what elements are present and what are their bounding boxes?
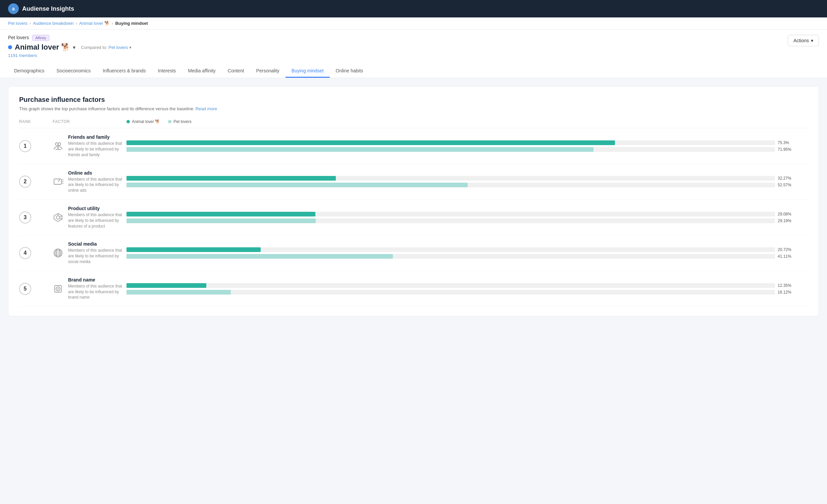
bar-dark-row-1: 32.27% xyxy=(127,176,794,181)
legend-light: Pet lovers xyxy=(168,119,191,124)
compared-to-link[interactable]: Pet lovers xyxy=(109,45,128,50)
svg-point-8 xyxy=(59,180,60,181)
factor-desc-3: Members of this audience that are likely… xyxy=(68,248,127,264)
factor-desc-4: Members of this audience that are likely… xyxy=(68,283,127,300)
factor-desc-1: Members of this audience that are likely… xyxy=(68,177,127,193)
breadcrumb-pet-lovers[interactable]: Pet lovers xyxy=(8,21,28,26)
actions-chevron-icon: ▾ xyxy=(811,38,813,43)
factor-cell-0: Friends and family Members of this audie… xyxy=(53,134,127,158)
legend-light-label: Pet lovers xyxy=(174,119,191,124)
legend-dark-dot xyxy=(127,120,130,123)
factor-name-2: Product utility xyxy=(68,206,127,211)
tab-interests[interactable]: Interests xyxy=(152,65,182,78)
rank-circle-3: 4 xyxy=(19,247,31,259)
bar-dark-track-1 xyxy=(127,176,775,181)
rank-cell-3: 4 xyxy=(19,247,53,259)
bar-dark-fill-2 xyxy=(127,212,315,217)
audience-left: Pet lovers Affinity Animal lover 🐕 ▾ Com… xyxy=(8,35,132,62)
factor-row: 4 Social media Members of this audience … xyxy=(19,235,808,271)
factor-text-3: Social media Members of this audience th… xyxy=(68,241,127,264)
factor-row: 3 Product utility Members of this audien… xyxy=(19,200,808,235)
parent-label-row: Pet lovers Affinity xyxy=(8,35,132,41)
bar-light-track-2 xyxy=(127,219,775,223)
svg-point-0 xyxy=(55,143,58,146)
svg-point-20 xyxy=(57,288,59,289)
bar-dark-row-3: 20.72% xyxy=(127,247,794,252)
factor-row: 1 Friends and family Members of this aud… xyxy=(19,128,808,164)
rank-circle-4: 5 xyxy=(19,283,31,295)
bar-light-track-4 xyxy=(127,290,775,294)
bar-light-fill-3 xyxy=(127,254,393,259)
svg-point-1 xyxy=(58,143,61,146)
rank-circle-1: 2 xyxy=(19,176,31,188)
tab-media[interactable]: Media affinity xyxy=(182,65,222,78)
tab-personality[interactable]: Personality xyxy=(250,65,286,78)
factor-name-3: Social media xyxy=(68,241,127,247)
breadcrumb-current: Buying mindset xyxy=(115,21,148,26)
tab-demographics[interactable]: Demographics xyxy=(8,65,50,78)
tab-online[interactable]: Online habits xyxy=(330,65,370,78)
legend-row: Animal lover 🐕 Pet lovers xyxy=(127,119,808,124)
tab-socioeconomics[interactable]: Socioeconomics xyxy=(50,65,97,78)
factor-cell-4: Brand name Members of this audience that… xyxy=(53,277,127,300)
legend-dark: Animal lover 🐕 xyxy=(127,119,160,124)
affinity-badge: Affinity xyxy=(32,35,49,41)
tab-influencers[interactable]: Influencers & brands xyxy=(97,65,152,78)
bar-light-fill-0 xyxy=(127,147,593,152)
bar-light-label-2: 29.19% xyxy=(778,219,794,223)
actions-label: Actions xyxy=(793,38,809,43)
tab-content[interactable]: Content xyxy=(222,65,250,78)
factor-text-0: Friends and family Members of this audie… xyxy=(68,134,127,158)
audience-dropdown-button[interactable]: ▾ xyxy=(73,44,76,51)
audience-name-row: Animal lover 🐕 ▾ Compared to: Pet lovers… xyxy=(8,43,132,52)
bars-cell-2: 29.08% 29.19% xyxy=(127,212,808,223)
bar-light-label-4: 16.12% xyxy=(778,290,794,294)
bar-light-track-3 xyxy=(127,254,775,259)
breadcrumb-audience-breakdown[interactable]: Audience breakdown xyxy=(33,21,74,26)
compared-to-label: Compared to: Pet lovers ▾ xyxy=(81,45,132,50)
rank-circle-2: 3 xyxy=(19,212,31,224)
bar-dark-label-2: 29.08% xyxy=(778,212,794,217)
bar-light-row-1: 52.57% xyxy=(127,183,794,187)
bar-light-row-4: 16.12% xyxy=(127,290,794,294)
nav-tabs: Demographics Socioeconomics Influencers … xyxy=(8,65,819,78)
bars-cell-3: 20.72% 41.11% xyxy=(127,247,808,259)
bar-light-fill-1 xyxy=(127,183,468,187)
factor-name-1: Online ads xyxy=(68,170,127,176)
factor-icon-friends xyxy=(53,139,63,153)
app-logo: a Audiense Insights xyxy=(8,3,74,14)
bar-light-fill-2 xyxy=(127,219,316,223)
svg-line-12 xyxy=(60,218,62,219)
audience-title-row: Pet lovers Affinity Animal lover 🐕 ▾ Com… xyxy=(8,35,819,62)
legend-light-dot xyxy=(168,120,172,123)
actions-button[interactable]: Actions ▾ xyxy=(788,35,819,46)
factor-text-4: Brand name Members of this audience that… xyxy=(68,277,127,300)
bar-light-row-3: 41.11% xyxy=(127,254,794,259)
breadcrumb-sep-2: › xyxy=(76,21,77,26)
bar-light-row-2: 29.19% xyxy=(127,219,794,223)
svg-point-9 xyxy=(56,216,60,219)
svg-line-11 xyxy=(60,216,62,217)
breadcrumb-sep-3: › xyxy=(112,21,113,26)
parent-label: Pet lovers xyxy=(8,35,29,40)
bar-light-label-0: 71.95% xyxy=(778,147,794,152)
col-factor-header: Factor xyxy=(53,119,127,124)
members-count: 1191 members xyxy=(8,53,132,58)
breadcrumb-animal-lover[interactable]: Animal lover 🐕 xyxy=(79,21,110,26)
rank-cell-0: 1 xyxy=(19,140,53,152)
tab-buying[interactable]: Buying mindset xyxy=(286,65,330,78)
breadcrumb: Pet lovers › Audience breakdown › Animal… xyxy=(0,17,827,30)
app-title: Audiense Insights xyxy=(22,5,74,12)
bar-dark-fill-4 xyxy=(127,283,206,288)
main-content: Purchase influence factors This graph sh… xyxy=(0,78,827,324)
bar-dark-row-2: 29.08% xyxy=(127,212,794,217)
factor-name-0: Friends and family xyxy=(68,134,127,140)
rank-circle-0: 1 xyxy=(19,140,31,152)
read-more-link[interactable]: Read more xyxy=(196,106,217,111)
bar-dark-label-3: 20.72% xyxy=(778,247,794,252)
bar-dark-label-4: 12.35% xyxy=(778,283,794,288)
factor-desc-0: Members of this audience that are likely… xyxy=(68,141,127,158)
factor-row: 2 Online ads Members of this audience th… xyxy=(19,164,808,200)
bar-dark-track-2 xyxy=(127,212,775,217)
sub-header: Pet lovers Affinity Animal lover 🐕 ▾ Com… xyxy=(0,30,827,78)
